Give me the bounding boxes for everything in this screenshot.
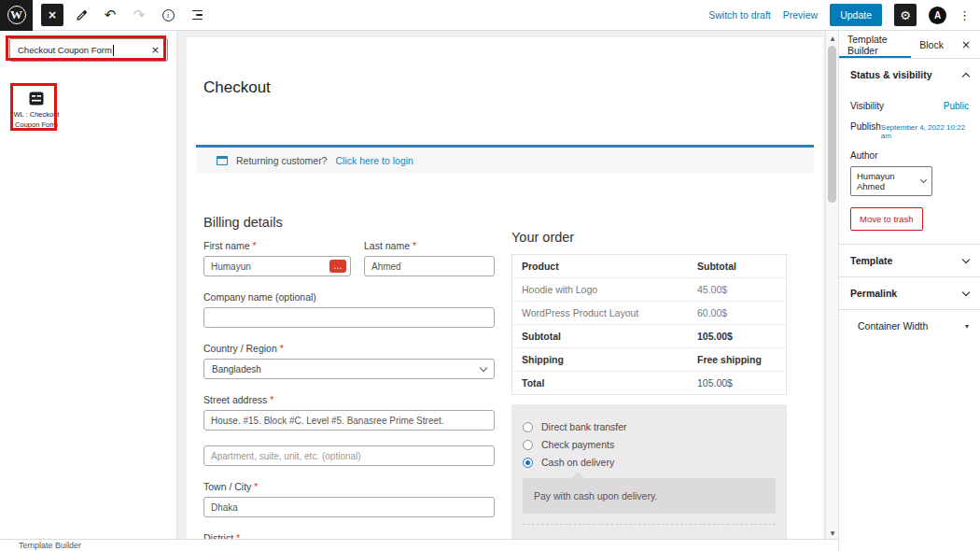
order-subtotal-row: Subtotal 105.00$ bbox=[512, 325, 786, 348]
chevron-down-icon bbox=[480, 363, 487, 371]
town-label-text: Town / City bbox=[203, 481, 251, 492]
visibility-label: Visibility bbox=[850, 101, 884, 111]
town-city-input[interactable] bbox=[203, 497, 495, 517]
triangle-down-icon: ▾ bbox=[965, 322, 969, 331]
container-width-panel-header[interactable]: Container Width ▾ bbox=[839, 309, 980, 342]
search-input-value: Checkout Coupon Form bbox=[18, 45, 112, 55]
order-shipping-row: Shipping Free shipping bbox=[512, 348, 786, 372]
order-table: Product Subtotal Hoodie with Logo 45.00$… bbox=[511, 254, 787, 395]
required-mark: * bbox=[280, 343, 284, 354]
payment-methods-box: Direct bank transfer Check payments Cash… bbox=[511, 404, 787, 539]
required-mark: * bbox=[253, 240, 257, 251]
close-icon: × bbox=[48, 8, 57, 21]
payment-method-row: Cash on delivery bbox=[523, 457, 776, 468]
preview-link[interactable]: Preview bbox=[783, 9, 818, 21]
move-to-trash-button[interactable]: Move to trash bbox=[850, 207, 923, 231]
order-heading: Your order bbox=[511, 230, 787, 245]
required-mark: * bbox=[254, 481, 258, 492]
tab-block[interactable]: Block bbox=[911, 31, 952, 58]
radio-direct-bank-transfer[interactable] bbox=[523, 422, 533, 432]
block-inserter-panel: Checkout Coupon Form × WL : Checkout Cou… bbox=[0, 31, 177, 539]
required-mark: * bbox=[236, 532, 240, 539]
container-width-title: Container Width bbox=[858, 320, 928, 332]
first-name-label-text: First name bbox=[203, 240, 250, 251]
permalink-panel-header[interactable]: Permalink bbox=[839, 276, 980, 309]
town-city-label: Town / City * bbox=[203, 481, 495, 492]
topbar-actions: Switch to draft Preview Update ⚙ A ⋮ bbox=[708, 4, 980, 26]
shipping-label: Shipping bbox=[512, 348, 688, 371]
checkout-page-preview: Checkout Returning customer? Click here … bbox=[187, 37, 823, 539]
sidebar-tabs: Template Builder Block × bbox=[839, 31, 980, 59]
company-input[interactable] bbox=[203, 307, 495, 328]
clear-search-icon[interactable]: × bbox=[151, 44, 160, 56]
district-label: District * bbox=[203, 532, 495, 539]
canvas-scrollbar[interactable]: ▲ ▼ bbox=[825, 31, 838, 539]
country-label: Country / Region * bbox=[203, 343, 495, 354]
template-panel-header[interactable]: Template bbox=[839, 244, 980, 276]
publish-label: Publish bbox=[850, 121, 881, 132]
redo-button[interactable]: ↷ bbox=[128, 4, 150, 26]
radio-cash-on-delivery[interactable] bbox=[523, 458, 533, 468]
wordpress-logo-button[interactable]: W bbox=[0, 0, 33, 31]
wordpress-logo-icon: W bbox=[7, 6, 26, 24]
editor-canvas: Checkout Returning customer? Click here … bbox=[177, 31, 838, 539]
autofill-extension-icon[interactable]: … bbox=[329, 260, 346, 273]
login-link[interactable]: Click here to login bbox=[335, 155, 413, 166]
switch-to-draft-link[interactable]: Switch to draft bbox=[708, 9, 771, 21]
last-name-label-text: Last name bbox=[364, 240, 410, 251]
update-button[interactable]: Update bbox=[830, 4, 882, 26]
list-view-button[interactable] bbox=[186, 4, 208, 26]
tab-template-builder[interactable]: Template Builder bbox=[839, 31, 911, 58]
undo-button[interactable]: ↶ bbox=[99, 4, 121, 26]
edit-mode-button[interactable] bbox=[70, 4, 92, 26]
scroll-down-icon[interactable]: ▼ bbox=[826, 527, 839, 538]
last-name-input[interactable] bbox=[364, 256, 495, 276]
scrollbar-thumb[interactable] bbox=[828, 46, 836, 203]
product-price: 45.00$ bbox=[688, 278, 786, 301]
notice-text: Returning customer? bbox=[236, 155, 327, 166]
your-order-section: Your order Product Subtotal Hoodie with … bbox=[511, 230, 787, 539]
redo-icon: ↷ bbox=[133, 7, 146, 23]
footer-breadcrumb: Template Builder bbox=[19, 541, 81, 550]
visibility-value-link[interactable]: Public bbox=[944, 101, 969, 111]
block-inserter-toggle-button[interactable]: × bbox=[41, 4, 63, 26]
close-sidebar-icon[interactable]: × bbox=[952, 38, 980, 51]
scroll-up-icon[interactable]: ▲ bbox=[826, 32, 839, 43]
plugin-logo-icon: A bbox=[934, 10, 941, 21]
plugin-button[interactable]: A bbox=[929, 7, 946, 24]
pencil-icon bbox=[75, 8, 89, 22]
payment-note-text: Pay with cash upon delivery. bbox=[534, 490, 657, 502]
block-result-checkout-coupon-form[interactable]: WL : Checkout Coupon Form bbox=[10, 83, 63, 136]
wordpress-block-editor: W × ↶ ↷ i Switch to draft Preview bbox=[0, 0, 980, 551]
editor-topbar: W × ↶ ↷ i Switch to draft Preview bbox=[0, 0, 980, 31]
text-cursor bbox=[113, 45, 114, 56]
chevron-down-icon bbox=[962, 255, 970, 262]
product-price: 60.00$ bbox=[688, 302, 786, 324]
settings-sidebar: Template Builder Block × Status & visibi… bbox=[838, 31, 980, 551]
coupon-form-block-icon bbox=[29, 92, 44, 106]
order-total-row: Total 105.00$ bbox=[512, 372, 786, 394]
options-menu-button[interactable]: ⋮ bbox=[959, 8, 971, 22]
street-address-input[interactable] bbox=[203, 410, 495, 431]
returning-customer-notice: Returning customer? Click here to login bbox=[196, 145, 814, 173]
chevron-down-icon bbox=[920, 177, 927, 183]
details-button[interactable]: i bbox=[157, 4, 179, 26]
payment-method-label: Check payments bbox=[541, 439, 614, 450]
block-search-input[interactable]: Checkout Coupon Form × bbox=[9, 38, 168, 62]
first-name-label: First name * bbox=[203, 240, 351, 251]
apartment-input[interactable] bbox=[203, 445, 495, 466]
settings-button[interactable]: ⚙ bbox=[894, 4, 917, 26]
country-select[interactable]: Bangladesh bbox=[203, 359, 495, 379]
template-panel-title: Template bbox=[850, 255, 892, 266]
author-label: Author bbox=[850, 150, 877, 161]
author-select-value: Humayun Ahmed bbox=[857, 171, 921, 191]
payment-method-row: Direct bank transfer bbox=[523, 421, 776, 432]
status-visibility-panel-header[interactable]: Status & visibility bbox=[839, 59, 980, 91]
radio-check-payments[interactable] bbox=[523, 440, 533, 450]
total-value: 105.00$ bbox=[688, 372, 786, 394]
gear-icon: ⚙ bbox=[900, 8, 911, 22]
publish-date-link[interactable]: September 4, 2022 10:22 am bbox=[881, 123, 969, 140]
window-icon bbox=[217, 156, 228, 165]
district-label-text: District bbox=[203, 532, 233, 539]
author-select[interactable]: Humayun Ahmed bbox=[850, 166, 932, 196]
